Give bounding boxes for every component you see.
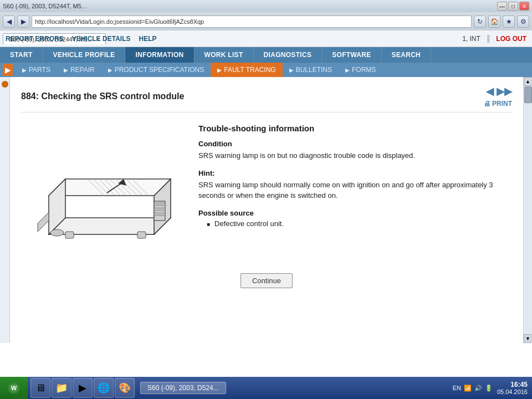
hint-section: Hint: SRS warning lamp should normally c…	[198, 169, 512, 201]
nav-software[interactable]: SOFTWARE	[322, 47, 381, 63]
sub-navigation: ▶ ▶ PARTS ▶ REPAIR ▶ PRODUCT SPECIFICATI…	[0, 63, 532, 77]
app-icon-2: ▶	[79, 382, 86, 394]
product-spec-arrow-icon: ▶	[108, 67, 112, 73]
battery-icon: 🔋	[485, 385, 493, 392]
subnav-forms[interactable]: ▶ FORMS	[339, 63, 382, 77]
taskbar-app-3[interactable]: 🌐	[94, 378, 114, 398]
scroll-thumb[interactable]	[524, 86, 532, 103]
forward-button[interactable]: ▶	[17, 16, 29, 28]
close-button[interactable]: ✕	[519, 2, 529, 11]
sys-tray: EN 📶 🔊 🔋	[453, 385, 493, 392]
app-container: REPORT ERRORS VEHICLE DETAILS HELP 1, IN…	[0, 30, 532, 343]
back-button[interactable]: ◀	[3, 16, 15, 28]
clock-date: 05.04.2016	[497, 388, 528, 395]
app-icon-4: 🎨	[119, 382, 131, 394]
active-window-label: S60 (-09), 2003, D524...	[147, 384, 219, 392]
nav-information[interactable]: INFORMATION	[125, 47, 194, 63]
app-icon-3: 🌐	[98, 382, 110, 394]
taskbar-right: EN 📶 🔊 🔋 16:45 05.04.2016	[448, 381, 532, 395]
trouble-shooting-title: Trouble-shooting information	[198, 124, 512, 133]
app-icon-0: 🖥	[35, 382, 45, 394]
network-icon: 📶	[464, 385, 472, 392]
address-bar[interactable]: http://localhost/Vida/Login.do;jsessioni…	[32, 16, 472, 28]
util-right: 1, INT ║ LOG OUT	[462, 35, 526, 43]
continue-button[interactable]: Continue	[241, 273, 293, 288]
svg-marker-21	[38, 212, 49, 232]
windows-logo-icon: W	[8, 382, 20, 394]
info-area: Trouble-shooting information Condition S…	[198, 124, 512, 262]
app-icon-1: 📁	[55, 382, 68, 394]
scrollbar: ▲ ▼	[523, 77, 532, 343]
taskbar: W 🖥 📁 ▶ 🌐 🎨 S60 (-09), 2003, D524... EN …	[0, 377, 532, 399]
log-out-button[interactable]: LOG OUT	[496, 35, 526, 43]
svg-rect-5	[154, 203, 165, 206]
subnav-product-specifications[interactable]: ▶ PRODUCT SPECIFICATIONS	[101, 63, 211, 77]
scroll-down-button[interactable]: ▼	[524, 334, 533, 343]
possible-source-section: Possible source Defective control unit.	[198, 209, 512, 228]
page-title: 884: Checking the SRS control module	[21, 91, 184, 101]
scroll-up-button[interactable]: ▲	[524, 77, 533, 86]
window-controls: — □ ✕	[497, 2, 529, 11]
svg-marker-2	[49, 179, 171, 196]
restore-button[interactable]: □	[508, 2, 518, 11]
list-item: Defective control unit.	[207, 219, 512, 228]
nav-vehicle-profile[interactable]: VEHICLE PROFILE	[43, 47, 126, 63]
condition-section: Condition SRS warning lamp is on but no …	[198, 140, 512, 161]
forms-arrow-icon: ▶	[345, 67, 350, 73]
taskbar-app-1[interactable]: 📁	[52, 378, 71, 398]
svg-rect-20	[137, 232, 146, 238]
util-left: REPORT ERRORS VEHICLE DETAILS HELP	[6, 35, 157, 43]
srs-module-diagram	[21, 124, 182, 262]
prev-arrow-button[interactable]: ◀	[486, 85, 494, 98]
possible-source-title: Possible source	[198, 209, 512, 217]
subnav-parts[interactable]: ▶ PARTS	[16, 63, 57, 77]
nav-diagnostics[interactable]: DIAGNOSTICS	[254, 47, 323, 63]
next-arrow-button[interactable]: ▶▶	[497, 85, 512, 98]
condition-title: Condition	[198, 140, 512, 148]
vehicle-details-link[interactable]: VEHICLE DETAILS	[72, 35, 131, 43]
help-link[interactable]: HELP	[139, 35, 156, 43]
taskbar-app-0[interactable]: 🖥	[30, 378, 50, 398]
start-button[interactable]: W	[0, 377, 28, 399]
continue-area: Continue	[21, 262, 512, 299]
settings-button[interactable]: ⚙	[517, 16, 529, 28]
favorites-button[interactable]: ★	[503, 16, 515, 28]
print-button[interactable]: 🖨 PRINT	[484, 100, 512, 108]
bullet-list: Defective control unit.	[207, 219, 512, 228]
home-button[interactable]: 🏠	[488, 16, 500, 28]
taskbar-middle: S60 (-09), 2003, D524...	[137, 382, 448, 394]
minimize-button[interactable]: —	[497, 2, 507, 11]
active-window-button[interactable]: S60 (-09), 2003, D524...	[140, 382, 226, 394]
nav-bar: ◀ ▶ http://localhost/Vida/Login.do;jsess…	[0, 12, 532, 30]
url-text: http://localhost/Vida/Login.do;jsessioni…	[35, 18, 204, 25]
browser-title: S60 (-09), 2003, D5244T, M5...	[3, 3, 86, 9]
bulletins-arrow-icon: ▶	[289, 67, 294, 73]
page-title-row: 884: Checking the SRS control module ◀ ▶…	[21, 85, 512, 112]
svg-rect-19	[65, 232, 74, 238]
subnav-bulletins[interactable]: ▶ BULLETINS	[283, 63, 339, 77]
taskbar-app-2[interactable]: ▶	[73, 378, 93, 398]
printer-icon: 🖨	[484, 100, 490, 108]
hint-text: SRS warning lamp should normally come on…	[198, 180, 512, 201]
svg-rect-7	[154, 213, 165, 216]
nav-work-list[interactable]: WORK LIST	[195, 47, 254, 63]
taskbar-apps: 🖥 📁 ▶ 🌐 🎨	[28, 378, 137, 398]
repair-arrow-icon: ▶	[64, 67, 68, 73]
subnav-repair[interactable]: ▶ REPAIR	[57, 63, 101, 77]
report-errors-link[interactable]: REPORT ERRORS	[6, 35, 64, 43]
nav-search[interactable]: SEARCH	[382, 47, 431, 63]
print-label: PRINT	[492, 100, 512, 108]
language-indicator: EN	[453, 385, 461, 391]
subnav-fault-tracing[interactable]: ▶ FAULT TRACING	[211, 63, 282, 77]
separator: ║	[486, 35, 491, 43]
main-navigation: START VEHICLE PROFILE INFORMATION WORK L…	[0, 47, 532, 63]
nav-start[interactable]: START	[0, 47, 43, 63]
sidebar-marker	[0, 77, 10, 343]
taskbar-app-4[interactable]: 🎨	[115, 378, 135, 398]
user-info: 1, INT	[462, 35, 480, 43]
svg-point-22	[50, 229, 64, 236]
clock-time: 16:45	[497, 381, 528, 388]
refresh-button[interactable]: ↻	[474, 16, 486, 28]
scroll-track[interactable]	[524, 86, 532, 334]
condition-text: SRS warning lamp is on but no diagnostic…	[198, 150, 512, 161]
